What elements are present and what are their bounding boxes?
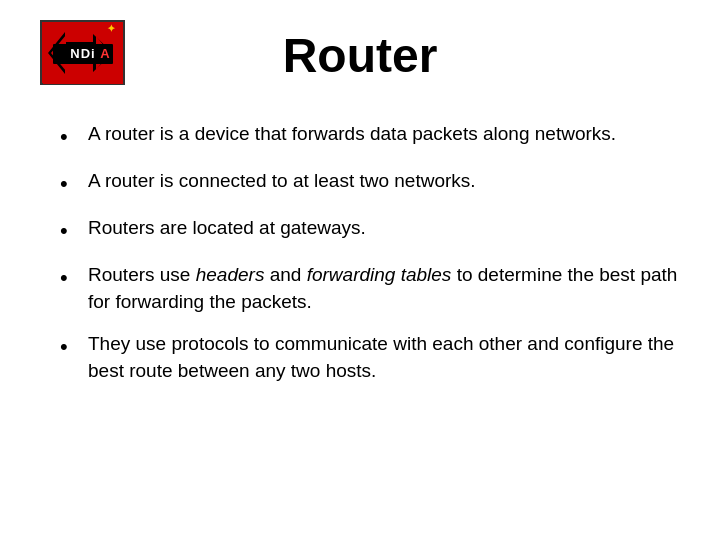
bullet-text: Routers use headers and forwarding table… bbox=[88, 261, 680, 316]
bullet-text: A router is connected to at least two ne… bbox=[88, 167, 680, 195]
list-item: • A router is a device that forwards dat… bbox=[60, 120, 680, 153]
svg-text:A: A bbox=[100, 46, 110, 61]
list-item: • A router is connected to at least two … bbox=[60, 167, 680, 200]
svg-text:NDi: NDi bbox=[70, 46, 95, 61]
bullet-text: A router is a device that forwards data … bbox=[88, 120, 680, 148]
bullet-dot: • bbox=[60, 330, 88, 363]
page-title: Router bbox=[283, 28, 438, 83]
list-item: • Routers use headers and forwarding tab… bbox=[60, 261, 680, 316]
bullet-dot: • bbox=[60, 261, 88, 294]
bullet-list: • A router is a device that forwards dat… bbox=[60, 120, 680, 385]
italic-headers: headers bbox=[196, 264, 265, 285]
header: NDi A ✦ Router bbox=[40, 20, 680, 90]
logo: NDi A ✦ bbox=[40, 20, 125, 85]
italic-forwarding-tables: forwarding tables bbox=[307, 264, 452, 285]
svg-text:✦: ✦ bbox=[107, 23, 116, 34]
bullet-dot: • bbox=[60, 167, 88, 200]
list-item: • They use protocols to communicate with… bbox=[60, 330, 680, 385]
bullet-dot: • bbox=[60, 120, 88, 153]
content-area: • A router is a device that forwards dat… bbox=[40, 120, 680, 385]
bullet-text: Routers are located at gateways. bbox=[88, 214, 680, 242]
bullet-dot: • bbox=[60, 214, 88, 247]
list-item: • Routers are located at gateways. bbox=[60, 214, 680, 247]
bullet-text: They use protocols to communicate with e… bbox=[88, 330, 680, 385]
page-container: NDi A ✦ Router • A router is a device th… bbox=[0, 0, 720, 540]
